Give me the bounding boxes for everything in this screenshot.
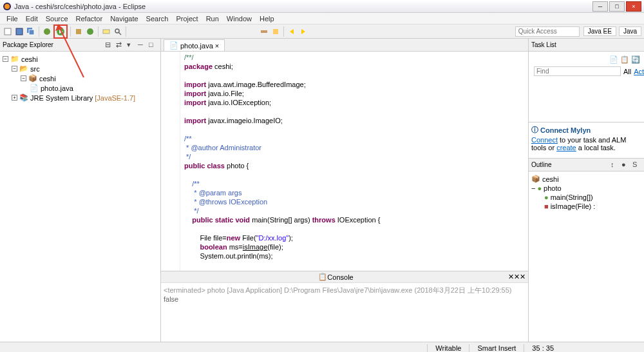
expand-icon[interactable]: −	[3, 56, 8, 62]
expand-icon[interactable]: +	[12, 95, 17, 101]
task-all-label[interactable]: All	[623, 68, 631, 75]
svg-line-13	[118, 32, 121, 35]
console-text: false	[164, 295, 526, 303]
package-explorer-title: Package Explorer	[3, 41, 105, 48]
svg-point-1	[5, 4, 10, 9]
outline-method-main[interactable]: ● main(String[])	[531, 193, 641, 202]
menu-window[interactable]: Window	[223, 15, 256, 23]
search-icon[interactable]	[113, 26, 123, 37]
mylyn-connect-link[interactable]: Connect	[531, 136, 558, 144]
mylyn-create-link[interactable]: create	[556, 144, 576, 152]
toggle-breadcrumb-icon[interactable]	[259, 26, 269, 37]
editor-gutter[interactable]	[161, 52, 180, 271]
package-icon: 📦	[28, 74, 37, 83]
task-find-input[interactable]	[534, 66, 621, 76]
sort-icon[interactable]: ↕	[611, 161, 620, 170]
toolbar-separator	[98, 26, 99, 37]
minimize-button[interactable]: ─	[592, 1, 608, 12]
close-button[interactable]: ×	[626, 1, 641, 12]
menu-navigate[interactable]: Navigate	[106, 15, 142, 23]
menu-search[interactable]: Search	[142, 15, 173, 23]
save-icon[interactable]	[14, 26, 24, 37]
jre-node[interactable]: + 📚 JRE System Library [JavaSE-1.7]	[3, 93, 158, 103]
perspective-java[interactable]: Java	[619, 26, 641, 36]
status-bar: Writable Smart Insert 35 : 35	[0, 342, 644, 352]
toolbar-separator	[70, 26, 71, 37]
menu-edit[interactable]: Edit	[22, 15, 42, 23]
perspective-javaee[interactable]: Java EE	[583, 26, 616, 36]
outline-class[interactable]: − ● photo	[531, 184, 641, 193]
minimize-view-icon[interactable]: ─	[138, 41, 147, 50]
expand-icon[interactable]: −	[12, 66, 17, 72]
package-icon: 📦	[531, 175, 540, 183]
menu-help[interactable]: Help	[256, 15, 278, 23]
svg-point-6	[44, 28, 50, 35]
svg-rect-15	[273, 29, 278, 34]
mark-occurrences-icon[interactable]	[270, 26, 281, 37]
svg-rect-11	[103, 30, 109, 34]
collapse-all-icon[interactable]: ⊟	[105, 41, 114, 50]
jre-label: JRE System Library	[30, 94, 93, 102]
expand-icon[interactable]: −	[21, 75, 26, 81]
package-tree[interactable]: − 📁 ceshi − 📂 src − 📦 ceshi 📄 photo.java…	[0, 52, 160, 105]
categorize-icon[interactable]: 📋	[620, 55, 629, 63]
new-package-icon[interactable]	[73, 26, 84, 37]
project-icon: 📁	[10, 55, 19, 63]
back-icon[interactable]	[287, 26, 297, 37]
maximize-view-icon[interactable]: □	[149, 41, 158, 50]
toolbar-separator	[39, 26, 39, 37]
code-editor[interactable]: /**/ package ceshi; import java.awt.imag…	[161, 52, 528, 271]
src-node[interactable]: − 📂 src	[3, 64, 158, 73]
save-all-icon[interactable]	[26, 26, 36, 37]
perspective-switcher: Java EE Java	[583, 26, 641, 36]
menu-source[interactable]: Source	[42, 15, 72, 23]
menu-file[interactable]: File	[3, 15, 22, 23]
console-output[interactable]: <terminated> photo [Java Application] D:…	[161, 283, 528, 342]
menu-refactor[interactable]: Refactor	[72, 15, 107, 23]
mylyn-text: Connect to your task and ALM tools or cr…	[531, 136, 641, 152]
task-list-title: Task List	[531, 41, 641, 48]
maximize-button[interactable]: □	[609, 1, 625, 12]
view-menu-icon[interactable]: ▾	[127, 41, 136, 50]
editor-tab-photo[interactable]: 📄 photo.java ×	[164, 39, 225, 51]
outline-method-isimage[interactable]: ■ isImage(File) :	[531, 202, 641, 211]
toolbar-separator	[283, 26, 284, 37]
hide-static-icon[interactable]: S	[632, 161, 641, 170]
remove-all-icon[interactable]: ✕✕	[514, 273, 526, 281]
open-type-icon[interactable]	[101, 26, 111, 37]
synchronize-icon[interactable]: 🔄	[631, 55, 640, 63]
console-icon: 📋	[318, 273, 327, 281]
run-icon[interactable]	[55, 26, 66, 37]
hide-fields-icon[interactable]: ●	[621, 161, 630, 170]
project-node[interactable]: − 📁 ceshi	[3, 54, 158, 64]
task-activate-link[interactable]: Activate...	[634, 68, 644, 75]
code-content[interactable]: /**/ package ceshi; import java.awt.imag…	[180, 52, 528, 271]
remove-launch-icon[interactable]: ✕	[508, 273, 514, 281]
outline-toolbar: ↕ ● S	[611, 161, 641, 170]
svg-rect-14	[261, 30, 267, 33]
console-termination: <terminated> photo [Java Application] D:…	[164, 286, 526, 295]
console-title[interactable]: Console	[327, 273, 353, 281]
new-icon[interactable]	[3, 26, 13, 37]
outline-package[interactable]: 📦 ceshi	[531, 174, 641, 184]
close-tab-icon[interactable]: ×	[215, 42, 219, 50]
main-toolbar: Java EE Java	[0, 24, 644, 39]
forward-icon[interactable]	[298, 26, 308, 37]
package-label: ceshi	[39, 75, 56, 83]
quick-access-input[interactable]	[515, 26, 580, 37]
menu-project[interactable]: Project	[172, 15, 202, 23]
java-file-node[interactable]: 📄 photo.java	[3, 83, 158, 93]
outline-body[interactable]: 📦 ceshi − ● photo ● main(String[]) ■ isI…	[529, 171, 644, 342]
svg-rect-3	[16, 28, 23, 35]
new-task-icon[interactable]: 📄	[609, 55, 618, 63]
new-class-icon[interactable]	[85, 26, 95, 37]
expand-icon[interactable]: −	[531, 184, 535, 192]
outline-title: Outline	[531, 161, 611, 168]
package-node[interactable]: − 📦 ceshi	[3, 73, 158, 83]
debug-icon[interactable]	[42, 26, 52, 37]
link-editor-icon[interactable]: ⇄	[116, 41, 125, 50]
menu-run[interactable]: Run	[202, 15, 223, 23]
console-header: 📋 Console ✕ ✕✕	[161, 271, 528, 283]
left-pane: Package Explorer ⊟ ⇄ ▾ ─ □ − 📁 ceshi − 📂…	[0, 39, 161, 342]
task-list-toolbar: 📄 📋 🔄	[531, 54, 641, 65]
